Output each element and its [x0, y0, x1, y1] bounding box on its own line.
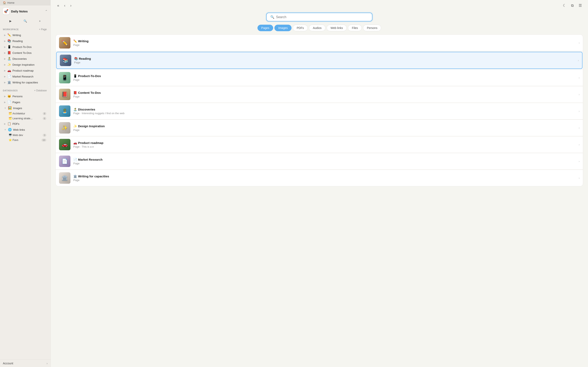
result-subtitle-discoveries: Page · Interesting nuggets I find on the… [73, 112, 576, 115]
nav-label: Product roadmap [12, 69, 46, 72]
result-title-market-research: 📄 Market Research [73, 158, 576, 161]
result-item-design-inspiration[interactable]: ✨ ✨ Design Inspiration Page › [56, 120, 583, 136]
collapse-button[interactable]: « [56, 3, 61, 8]
sidebar-sub-learning[interactable]: 🗂️ Learning strate... 6 [1, 116, 49, 121]
account-label: Account [3, 362, 13, 365]
sidebar-db-images[interactable]: ▼ 🖼️ Images [1, 105, 49, 111]
nav-emoji: 📕 [7, 51, 11, 55]
sidebar-item-writing[interactable]: ▶ ✏️ Writing [1, 32, 49, 38]
filter-tab-pages[interactable]: Pages [258, 25, 273, 31]
search-input[interactable] [276, 15, 368, 19]
sub-label: 🗂️ Learning strate... [9, 117, 42, 120]
result-list: ✏️ ✏️ Writing Page › 📚 📚 Reading Page › … [56, 34, 583, 186]
sidebar-db-persons[interactable]: ▶ 🐱 Persons [1, 93, 49, 99]
result-title-product-todos: 📱 Product-To-Dos [73, 74, 576, 78]
sidebar-item-market-research[interactable]: ▶ 📄 Market Research [1, 74, 49, 79]
add-button[interactable]: + [33, 18, 47, 24]
result-title-writing-capacities: 🏛️ Writing for capacities [73, 175, 576, 178]
result-item-product-todos[interactable]: 📱 📱 Product-To-Dos Page › [56, 69, 583, 86]
result-item-product-roadmap[interactable]: 🚗 🚗 Product roadmap Page · This is a e › [56, 136, 583, 153]
databases-section-header: DATABASES + Database [0, 87, 51, 93]
copy-button[interactable]: ⧉ [570, 3, 575, 8]
filter-tab-pdfs[interactable]: PDFs [293, 25, 308, 31]
play-button[interactable]: ▶ [4, 18, 17, 24]
nav-label: Market Research [12, 75, 46, 78]
result-title-writing: ✏️ Writing [73, 39, 576, 43]
result-subtitle-writing: Page [73, 43, 576, 47]
result-info-content-todos: 📕 Content To-Dos Page [73, 91, 576, 98]
nav-arrow-icon: ▶ [4, 63, 6, 66]
filter-tab-weblinks[interactable]: Web links [327, 25, 347, 31]
nav-arrow-icon: ▶ [4, 40, 6, 42]
workspace-nav: ▶ ✏️ Writing ▶ 📚 Reading ▶ 📱 Product-To-… [0, 32, 51, 85]
result-title-content-todos: 📕 Content To-Dos [73, 91, 576, 95]
result-info-product-roadmap: 🚗 Product roadmap Page · This is a e [73, 141, 576, 148]
sidebar-item-discoveries[interactable]: ▶ 🏝️ Discoveries [1, 56, 49, 62]
result-title-product-roadmap: 🚗 Product roadmap [73, 141, 576, 145]
menu-button[interactable]: ☰ [577, 2, 583, 8]
sidebar-db-web-links[interactable]: ▼ 🌐 Web links [1, 127, 49, 133]
account-chevron-icon: › [47, 362, 48, 365]
home-link[interactable]: 🏠 Home [0, 0, 51, 6]
result-arrow-icon: › [579, 143, 580, 146]
top-bar: « ‹ › ☾ ⧉ ☰ [51, 0, 588, 11]
result-info-writing: ✏️ Writing Page [73, 39, 576, 47]
result-item-content-todos[interactable]: 📕 📕 Content To-Dos Page › [56, 86, 583, 103]
sub-badge: 6 [43, 117, 46, 120]
nav-emoji: 🚗 [7, 69, 11, 72]
brand-chevron-icon[interactable]: ⌃ [45, 9, 48, 13]
filter-tab-files[interactable]: Files [348, 25, 362, 31]
brand-icon: 🚀 [3, 8, 9, 15]
dark-mode-button[interactable]: ☾ [562, 2, 567, 8]
nav-arrow-icon: ▶ [4, 46, 6, 48]
sidebar-sub-architektur[interactable]: 🗂️ Architektur 8 [1, 111, 49, 116]
top-actions: ☾ ⧉ ☰ [562, 2, 583, 8]
back-button[interactable]: ‹ [62, 3, 67, 8]
db-arrow-icon: ▼ [4, 128, 6, 131]
nav-emoji: 📚 [7, 39, 11, 43]
search-button[interactable]: 🔍 [18, 18, 32, 24]
forward-button[interactable]: › [69, 3, 73, 8]
filter-tab-images[interactable]: Images [274, 25, 292, 31]
result-item-discoveries[interactable]: 🏝️ 🏝️ Discoveries Page · Interesting nug… [56, 103, 583, 119]
brand[interactable]: 🚀 Daily Notes [3, 8, 28, 15]
sidebar-header: 🚀 Daily Notes ⌃ [0, 6, 51, 16]
nav-arrow-icon: ▶ [4, 81, 6, 84]
result-title-design-inspiration: ✨ Design Inspiration [73, 124, 576, 128]
filter-tab-persons[interactable]: Persons [363, 25, 381, 31]
filter-tab-audios[interactable]: Audios [309, 25, 325, 31]
db-label: Web links [13, 128, 46, 131]
result-item-writing-capacities[interactable]: 🏛️ 🏛️ Writing for capacities Page › [56, 170, 583, 186]
result-arrow-icon: › [579, 160, 580, 163]
add-page-action[interactable]: + Page [38, 27, 48, 31]
search-wrapper: 🔍 [51, 11, 588, 25]
nav-emoji: 🏝️ [7, 57, 11, 60]
nav-label: Writing for capacities [12, 81, 46, 84]
sub-label: 🖥️ Web dev [9, 133, 42, 137]
sidebar-item-product-todos[interactable]: ▶ 📱 Product-To-Dos [1, 44, 49, 50]
sub-label: 🗂️ Architektur [9, 112, 42, 115]
sidebar-item-reading[interactable]: ▶ 📚 Reading [1, 38, 49, 44]
sidebar-item-writing-capacities[interactable]: ▶ 🏛️ Writing for capacities [1, 80, 49, 85]
account-footer[interactable]: Account › [0, 359, 51, 367]
sidebar-item-design-inspiration[interactable]: ▶ ✨ Design Inspiration [1, 62, 49, 67]
result-item-reading[interactable]: 📚 📚 Reading Page › [56, 52, 582, 69]
sub-badge: 10 [42, 139, 46, 142]
nav-label: Content To-Dos [12, 51, 46, 54]
db-emoji: 📋 [7, 122, 11, 125]
add-database-action[interactable]: + Database [33, 89, 48, 92]
sidebar-sub-favs[interactable]: ⭐ Favs 10 [1, 138, 49, 142]
sidebar-item-product-roadmap[interactable]: ▶ 🚗 Product roadmap [1, 68, 49, 73]
sub-badge: 3 [43, 134, 46, 137]
sidebar-db-pdfs[interactable]: ▶ 📋 PDFs [1, 121, 49, 127]
workspace-section-header: WORKSPACE + Page [0, 26, 51, 32]
result-item-market-research[interactable]: 📄 📄 Market Research Page › [56, 153, 583, 170]
result-info-market-research: 📄 Market Research Page [73, 158, 576, 165]
result-title-discoveries: 🏝️ Discoveries [73, 108, 576, 111]
sidebar-db-pages[interactable]: ▶ 📄 Pages [1, 99, 49, 105]
sidebar-sub-web-dev[interactable]: 🖥️ Web dev 3 [1, 133, 49, 137]
sidebar-item-content-todos[interactable]: ▶ 📕 Content To-Dos [1, 50, 49, 56]
result-info-product-todos: 📱 Product-To-Dos Page [73, 74, 576, 81]
nav-arrow-icon: ▶ [4, 69, 6, 72]
result-item-writing[interactable]: ✏️ ✏️ Writing Page › [56, 35, 583, 51]
